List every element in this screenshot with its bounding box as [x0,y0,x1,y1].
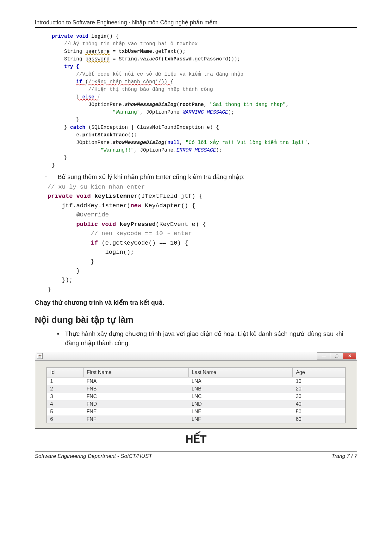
code-text: (SQLException | ClassNotFoundException e… [85,125,219,130]
col-age[interactable]: Age [293,368,345,377]
window-titlebar: ☕ — ▢ ✕ [35,351,357,361]
static-call: showMessageDialog [125,102,176,108]
code-text: .getText(); [152,49,186,54]
table-cell: 40 [293,400,345,408]
data-table-wrap: Id First Name Last Name Age 1FNALNA102FN… [47,367,345,423]
code-text: ( [161,56,165,62]
kw: private void [52,34,91,39]
code-text: } [64,155,67,161]
method-name: login [91,34,107,39]
table-cell: LNB [189,385,293,393]
footer-right: Trang 7 / 7 [332,453,357,459]
code-text: ); [228,109,234,115]
table-cell: LNC [189,393,293,400]
footer-left: Software Engineering Department - SoICT/… [35,453,152,459]
var: userName [85,49,110,54]
table-cell: FND [83,400,188,408]
close-button[interactable]: ✕ [343,352,356,359]
window-controls: — ▢ ✕ [317,352,356,359]
code-text: String [64,56,85,62]
table-cell: FNA [83,377,188,385]
table-row[interactable]: 4FNDLND40 [47,400,345,408]
constant: WARNING_MESSAGE [183,109,228,115]
code-text: ( [82,79,88,85]
minimize-button[interactable]: — [317,352,330,359]
code-text: , JOptionPane. [140,109,182,115]
table-cell: 4 [47,400,84,408]
string: "Warning" [113,109,140,115]
exercise-text: Thực hành xây dựng chương trình java với… [65,329,357,348]
table-header-row: Id First Name Last Name Age [47,368,345,377]
code-text: (JTextField jtf) { [138,193,202,200]
code-text: ( [164,140,167,146]
bullet-enter-handling: - Bổ sung thêm xử lý khi nhấn phím Enter… [45,173,357,181]
table-cell: 5 [47,408,84,415]
result-window: ☕ — ▢ ✕ Id First Name Last Name Age 1FNA… [35,351,357,429]
code-text: JOptionPane. [76,140,113,146]
code-text: login(); [105,249,134,256]
col-lastname[interactable]: Last Name [189,368,293,377]
code-text: } [47,286,51,293]
constant: ERROR_MESSAGE [177,147,216,153]
table-cell: LNF [189,415,293,423]
kw: private void [47,193,94,200]
code-text: , [204,102,210,108]
table-row[interactable]: 6FNFLNF60 [47,415,345,423]
code-text: } [91,258,94,265]
code-text: } [64,125,70,130]
code-text: = [109,49,119,54]
method: printStackTrace [82,132,128,138]
method-name: keyPressed [120,221,156,228]
code-text: } [76,267,80,274]
code-text: ( [177,102,180,108]
comment: /*Đăng nhập thành công*/ [88,79,161,85]
string: "Có lỗi xảy ra!! Vui lòng kiểm tra lại!" [185,140,307,146]
code-text: KeyAdapter() { [141,202,195,209]
code-text: , [286,102,289,108]
table-row[interactable]: 3FNCLNC30 [47,393,345,400]
dash-marker: - [45,173,58,181]
kw: else [79,94,97,100]
field: rootPane [179,102,204,108]
code-text: e. [76,132,82,138]
kw: try { [64,64,79,70]
table-row[interactable]: 2FNBLNB20 [47,385,345,393]
static-call: showMessageDialog [113,140,164,146]
code-block-keylistener: // xu ly su kien nhan enter private void… [47,183,357,294]
table-row[interactable]: 5FNELNE50 [47,408,345,415]
code-text: ); [216,147,222,153]
table-cell: 3 [47,393,84,400]
table-cell: 60 [293,415,345,423]
col-id[interactable]: Id [47,368,84,377]
page-header: Introduction to Software Engineering - N… [35,19,357,28]
kw: public void [76,221,120,228]
exercise-bullet: • Thực hành xây dựng chương trình java v… [57,329,357,348]
field: txbUserName [119,49,152,54]
field: txbPasswd [164,56,191,62]
table-cell: FNC [83,393,188,400]
table-row[interactable]: 1FNALNA10 [47,377,345,385]
code-text: } [76,117,79,123]
code-text: (KeyEvent e) { [156,221,206,228]
table-cell: FNE [83,408,188,415]
run-instruction: Chạy thử chương trình và kiểm tra kết qu… [35,299,357,306]
comment: //Lấy thông tin nhập vào trong hai ô tex… [64,41,198,47]
table-cell: 10 [293,377,345,385]
table-cell: 1 [47,377,84,385]
code-text: } [52,163,55,168]
table-cell: LND [189,400,293,408]
table-cell: LNA [189,377,293,385]
table-cell: 30 [293,393,345,400]
table-cell: FNF [83,415,188,423]
code-text: = String. [109,56,140,62]
code-text: JOptionPane. [88,102,125,108]
maximize-button[interactable]: ▢ [330,352,343,359]
code-text: , [307,140,310,146]
col-firstname[interactable]: First Name [83,368,188,377]
code-text: () { [107,34,119,39]
table-cell: 50 [293,408,345,415]
kw: if [91,240,98,246]
var: password [85,56,110,62]
comment: // xu ly su kien nhan enter [47,184,145,190]
code-text: String [64,49,85,54]
